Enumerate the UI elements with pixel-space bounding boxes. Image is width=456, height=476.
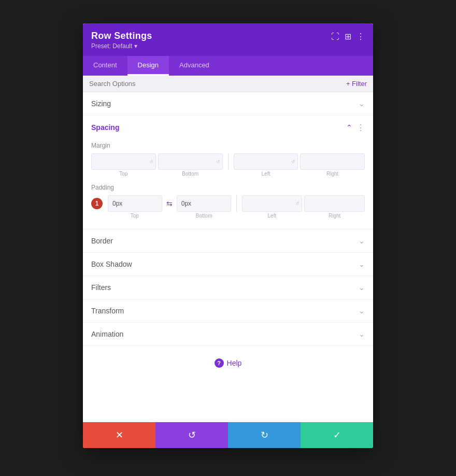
padding-bottom-label: Bottom [177, 213, 231, 219]
border-chevron-icon: ⌄ [359, 237, 365, 245]
margin-top-input-wrapper: ↺ [91, 153, 156, 170]
margin-right-input-wrapper [300, 153, 365, 170]
panel-content: Sizing ⌄ Spacing ⌃ ⋮ Margin [83, 92, 373, 422]
padding-labels: Top Bottom Left Right [91, 213, 365, 219]
box-shadow-section: Box Shadow ⌄ [83, 253, 373, 276]
sizing-title: Sizing [91, 99, 111, 108]
margin-divider [228, 153, 229, 170]
margin-bottom-input[interactable] [158, 153, 223, 170]
padding-lr-group: ↺ [242, 195, 365, 212]
margin-labels: Top Bottom Left Right [91, 171, 365, 177]
preset-arrow-icon: ▾ [134, 42, 137, 50]
spacing-chevron-icon: ⌃ [346, 123, 352, 132]
padding-bottom-input[interactable] [177, 195, 231, 212]
margin-lr-group: ↺ [234, 153, 365, 170]
spacing-more-icon[interactable]: ⋮ [357, 123, 365, 133]
transform-section-header[interactable]: Transform ⌄ [83, 299, 373, 322]
padding-divider [236, 195, 237, 212]
search-bar: + Filter [83, 76, 373, 92]
padding-top-label: Top [108, 213, 162, 219]
padding-right-input-wrapper [304, 195, 365, 212]
sizing-section-header[interactable]: Sizing ⌄ [83, 92, 373, 115]
filters-section-header[interactable]: Filters ⌄ [83, 276, 373, 299]
padding-right-label: Right [304, 213, 365, 219]
help-label: Help [227, 359, 242, 367]
header-icons: ⛶ ⊞ ⋮ [331, 31, 365, 41]
transform-section: Transform ⌄ [83, 299, 373, 323]
tab-advanced[interactable]: Advanced [169, 56, 220, 76]
preset-selector[interactable]: Preset: Default ▾ [91, 42, 152, 50]
margin-bottom-input-wrapper: ↺ [158, 153, 223, 170]
border-title: Border [91, 237, 113, 245]
padding-top-input-wrapper [108, 195, 162, 212]
margin-tb-group: ↺ ↺ [91, 153, 223, 170]
padding-left-input[interactable] [242, 195, 303, 212]
margin-bottom-label: Bottom [158, 171, 223, 177]
padding-tb-group: ⇆ [108, 195, 231, 212]
border-section-header[interactable]: Border ⌄ [83, 229, 373, 252]
margin-left-input[interactable] [234, 153, 298, 170]
panel-title: Row Settings [91, 31, 152, 41]
filter-button[interactable]: + Filter [346, 80, 367, 88]
margin-top-input[interactable] [91, 153, 156, 170]
margin-top-corner-icon: ↺ [149, 159, 153, 164]
padding-inputs-row: 1 ⇆ [91, 195, 365, 212]
tab-design[interactable]: Design [127, 56, 169, 76]
box-shadow-chevron-icon: ⌄ [359, 260, 365, 268]
animation-section: Animation ⌄ [83, 323, 373, 346]
tabs-bar: Content Design Advanced [83, 56, 373, 76]
padding-bottom-input-wrapper [177, 195, 231, 212]
box-shadow-title: Box Shadow [91, 260, 132, 268]
panel-header: Row Settings Preset: Default ▾ ⛶ ⊞ ⋮ [83, 23, 373, 56]
padding-left-label: Left [242, 213, 303, 219]
spacing-title: Spacing [91, 123, 119, 132]
spacing-section-body: Margin ↺ ↺ [83, 140, 373, 229]
search-input[interactable] [89, 80, 193, 88]
margin-right-label: Right [300, 171, 365, 177]
padding-right-input[interactable] [304, 195, 365, 212]
border-section: Border ⌄ [83, 229, 373, 253]
padding-top-input[interactable] [108, 195, 162, 212]
undo-icon: ↺ [188, 429, 196, 441]
help-row[interactable]: ? Help [83, 346, 373, 378]
margin-bottom-corner-icon: ↺ [216, 159, 220, 164]
sizing-section: Sizing ⌄ [83, 92, 373, 116]
preset-label: Preset: Default [91, 42, 132, 50]
transform-title: Transform [91, 307, 124, 315]
margin-right-input[interactable] [300, 153, 365, 170]
padding-left-corner-icon: ↺ [295, 201, 300, 206]
spacing-section-icons: ⌃ ⋮ [346, 123, 365, 133]
sizing-chevron-icon: ⌄ [359, 99, 365, 108]
margin-left-corner-icon: ↺ [291, 159, 295, 164]
row-settings-panel: Row Settings Preset: Default ▾ ⛶ ⊞ ⋮ Con… [83, 23, 373, 448]
fullscreen-icon[interactable]: ⛶ [331, 33, 339, 41]
animation-title: Animation [91, 330, 123, 338]
margin-left-label: Left [234, 171, 298, 177]
padding-left-input-wrapper: ↺ [242, 195, 303, 212]
cancel-button[interactable]: ✕ [83, 422, 155, 448]
margin-left-input-wrapper: ↺ [234, 153, 298, 170]
box-shadow-section-header[interactable]: Box Shadow ⌄ [83, 253, 373, 276]
save-button[interactable]: ✓ [301, 422, 373, 448]
more-icon[interactable]: ⋮ [357, 33, 365, 41]
bottom-bar: ✕ ↺ ↻ ✓ [83, 422, 373, 448]
filters-title: Filters [91, 283, 111, 292]
layout-icon[interactable]: ⊞ [345, 33, 351, 41]
filters-section: Filters ⌄ [83, 276, 373, 299]
save-icon: ✓ [333, 429, 341, 441]
margin-inputs-row: ↺ ↺ ↺ [91, 153, 365, 170]
padding-sync-icon[interactable]: ⇆ [164, 199, 175, 208]
animation-section-header[interactable]: Animation ⌄ [83, 323, 373, 345]
redo-button[interactable]: ↻ [228, 422, 301, 448]
filters-chevron-icon: ⌄ [359, 283, 365, 292]
transform-chevron-icon: ⌄ [359, 307, 365, 315]
tab-content[interactable]: Content [83, 56, 127, 76]
margin-label: Margin [91, 142, 365, 149]
spacing-section-header[interactable]: Spacing ⌃ ⋮ [83, 116, 373, 140]
undo-button[interactable]: ↺ [155, 422, 228, 448]
spacing-section: Spacing ⌃ ⋮ Margin ↺ [83, 116, 373, 229]
cancel-icon: ✕ [116, 429, 123, 441]
padding-label: Padding [91, 184, 365, 191]
help-icon: ? [215, 358, 224, 368]
margin-top-label: Top [91, 171, 156, 177]
